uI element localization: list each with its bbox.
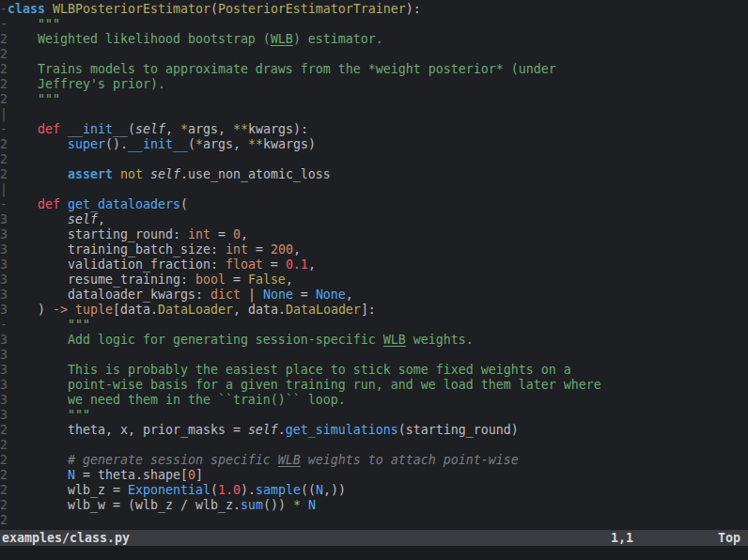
code-line[interactable]: -class WLBPosteriorEstimator(PosteriorEs… <box>0 2 748 17</box>
fold-column-marker[interactable]: - <box>0 17 8 32</box>
fold-column-marker[interactable]: 2 <box>0 32 8 47</box>
code-token: , <box>346 288 353 302</box>
code-token: weights to attach point-wise <box>301 453 519 467</box>
code-token: [data. <box>113 303 158 317</box>
fold-column-marker[interactable]: - <box>0 318 8 333</box>
fold-column-marker[interactable]: 2 <box>0 152 8 167</box>
code-line[interactable]: 2 # generate session specific WLB weight… <box>0 453 748 468</box>
code-area[interactable]: -class WLBPosteriorEstimator(PosteriorEs… <box>0 0 748 530</box>
code-token: = <box>293 288 316 302</box>
code-token <box>8 393 68 407</box>
code-line[interactable]: 2 <box>0 438 748 453</box>
command-line[interactable] <box>0 546 748 560</box>
fold-column-marker[interactable]: 3 <box>0 378 8 393</box>
code-line[interactable]: | <box>0 107 748 122</box>
fold-column-marker[interactable]: 2 <box>0 137 8 152</box>
code-line[interactable]: 2 Jeffrey's prior). <box>0 77 748 92</box>
code-token: (( <box>301 483 316 497</box>
code-token <box>8 363 68 377</box>
code-line[interactable]: 2 theta, x, prior_masks = self.get_simul… <box>0 423 748 438</box>
fold-column-marker[interactable]: - <box>0 2 8 17</box>
code-line[interactable]: 3 validation_fraction: float = 0.1, <box>0 257 748 272</box>
code-line[interactable]: 2 wlb_z = Exponential(1.0).sample((N,)) <box>0 483 748 498</box>
code-token: , <box>241 227 248 241</box>
code-token: args, <box>203 137 248 151</box>
code-line[interactable]: 3 self, <box>0 212 748 227</box>
fold-column-marker[interactable]: - <box>0 122 8 137</box>
code-line[interactable]: 2 N = theta.shape[0] <box>0 468 748 483</box>
code-line[interactable]: 3 Add logic for generating session-speci… <box>0 333 748 348</box>
code-token: ( <box>128 122 135 136</box>
code-line[interactable]: - """ <box>0 17 748 32</box>
fold-column-marker[interactable]: 3 <box>0 242 8 257</box>
fold-column-marker[interactable]: 3 <box>0 227 8 242</box>
fold-column-marker[interactable]: - <box>0 197 8 212</box>
fold-column-marker[interactable]: 3 <box>0 212 8 227</box>
fold-column-marker[interactable]: 3 <box>0 333 8 348</box>
fold-column-marker[interactable]: 2 <box>0 92 8 107</box>
fold-column-marker[interactable]: | <box>0 107 8 122</box>
fold-column-marker[interactable]: | <box>0 182 8 197</box>
fold-column-marker[interactable]: 2 <box>0 62 8 77</box>
code-line[interactable]: 2 <box>0 47 748 62</box>
code-token: get_dataloaders <box>68 197 180 211</box>
fold-column-marker[interactable]: 2 <box>0 167 8 182</box>
fold-column-marker[interactable]: 3 <box>0 363 8 378</box>
fold-column-marker[interactable]: 2 <box>0 453 8 468</box>
code-token: Trains models to approximate draws from … <box>38 62 556 76</box>
code-line[interactable]: 3 point-wise basis for a given training … <box>0 378 748 393</box>
code-line[interactable]: 3 <box>0 348 748 363</box>
fold-column-marker[interactable]: 3 <box>0 303 8 318</box>
fold-column-marker[interactable]: 2 <box>0 47 8 62</box>
code-line[interactable]: 2 <box>0 513 748 528</box>
code-token: self <box>68 212 98 226</box>
fold-column-marker[interactable]: 2 <box>0 483 8 498</box>
code-line[interactable]: 2 wlb_w = (wlb_z / wlb_z.sum()) * N <box>0 498 748 513</box>
code-line[interactable]: 3 ) -> tuple[data.DataLoader, data.DataL… <box>0 303 748 318</box>
status-bar: examples/class.py 1,1 Top <box>0 530 748 546</box>
code-line[interactable]: 3 resume_training: bool = False, <box>0 272 748 288</box>
code-token: ( <box>210 483 218 497</box>
code-line[interactable]: 2 Trains models to approximate draws fro… <box>0 62 748 77</box>
code-token: kwargs) <box>263 137 316 151</box>
code-line[interactable]: 2 super().__init__(*args, **kwargs) <box>0 137 748 152</box>
fold-column-marker[interactable]: 2 <box>0 77 8 92</box>
code-line[interactable]: 3 This is probably the easiest place to … <box>0 363 748 378</box>
fold-column-marker[interactable]: 3 <box>0 408 8 423</box>
fold-column-marker[interactable]: 2 <box>0 513 8 528</box>
code-line[interactable]: 3 training_batch_size: int = 200, <box>0 242 748 257</box>
code-token: DataLoader <box>158 303 233 317</box>
code-line[interactable]: 2 <box>0 152 748 167</box>
code-token: * <box>293 498 301 512</box>
fold-column-marker[interactable]: 2 <box>0 468 8 483</box>
code-token: validation_fraction: <box>8 257 226 272</box>
fold-column-marker[interactable]: 2 <box>0 423 8 438</box>
code-line[interactable]: 3 starting_round: int = 0, <box>0 227 748 242</box>
code-line[interactable]: - def get_dataloaders( <box>0 197 748 212</box>
fold-column-marker[interactable]: 3 <box>0 272 8 288</box>
code-token <box>301 498 308 512</box>
code-token: = <box>226 272 248 287</box>
code-line[interactable]: 2 """ <box>0 92 748 107</box>
code-line[interactable]: | <box>0 182 748 197</box>
code-token: 0.1 <box>286 257 308 272</box>
code-line[interactable]: - """ <box>0 318 748 333</box>
code-line[interactable]: 2 assert not self.use_non_atomic_loss <box>0 167 748 182</box>
code-line[interactable]: 3 dataloader_kwargs: dict | None = None, <box>0 288 748 303</box>
code-token: Add logic for generating session-specifi… <box>68 333 383 347</box>
fold-column-marker[interactable]: 3 <box>0 288 8 303</box>
code-token: class <box>8 2 45 16</box>
fold-column-marker[interactable]: 2 <box>0 438 8 453</box>
fold-column-marker[interactable]: 3 <box>0 393 8 408</box>
code-token: ()) <box>263 498 293 512</box>
code-line[interactable]: 3 we need them in the ``train()`` loop. <box>0 393 748 408</box>
code-line[interactable]: 2 Weighted likelihood bootstrap (WLB) es… <box>0 32 748 47</box>
fold-column-marker[interactable]: 2 <box>0 498 8 513</box>
code-token: Jeffrey's prior). <box>38 77 165 91</box>
code-token: super <box>68 137 105 151</box>
code-line[interactable]: 3 """ <box>0 408 748 423</box>
code-line[interactable]: - def __init__(self, *args, **kwargs): <box>0 122 748 137</box>
code-token <box>68 303 75 317</box>
fold-column-marker[interactable]: 3 <box>0 257 8 272</box>
fold-column-marker[interactable]: 3 <box>0 348 8 363</box>
